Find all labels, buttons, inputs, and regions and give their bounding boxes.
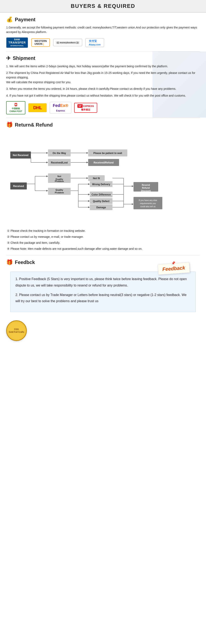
dhl-logo: DHL — [28, 103, 47, 112]
fedex-logo: FedEx® Express — [50, 102, 71, 114]
sf-express-logo: SF EXPRESS顺丰速运 — [74, 103, 97, 113]
svg-text:Damage: Damage — [97, 206, 106, 209]
moneybookers-logo: ((( moneybookers ))) — [53, 39, 82, 46]
cgg-logo: CGG Gold Foil Crafts — [6, 320, 27, 341]
payment-text: 1.Generally, we accept the following pay… — [6, 25, 200, 34]
svg-marker-24 — [46, 176, 48, 177]
shipment-point-2: 2.The shipment by China Post Registered … — [6, 70, 200, 84]
shipment-title: ✈ Shipment — [6, 55, 200, 62]
svg-text:Please be patient to wait: Please be patient to wait — [93, 152, 122, 154]
svg-marker-35 — [87, 177, 88, 179]
svg-marker-41 — [88, 183, 90, 185]
svg-text:Received/Lost: Received/Lost — [51, 161, 68, 164]
bottom-logo-area: CGG Gold Foil Crafts — [0, 318, 206, 345]
payment-title: 💰 Payment — [6, 16, 200, 23]
svg-marker-70 — [132, 203, 133, 205]
svg-text:Resend: Resend — [142, 184, 150, 186]
page-title: BUYERS & REQUIRED — [0, 3, 206, 9]
feedback-content-wrapper: 📌 Feedback 1. Positive Feedback (5 Stars… — [6, 272, 200, 312]
svg-text:Quality: Quality — [55, 189, 63, 191]
svg-text:Not Received: Not Received — [13, 154, 28, 157]
western-union-logo: WESTERNUNION | — [31, 38, 50, 47]
svg-marker-7 — [87, 152, 88, 154]
svg-text:Wrong Delivery: Wrong Delivery — [92, 183, 110, 186]
svg-marker-45 — [88, 194, 90, 195]
shipment-section: ✈ Shipment 1. We will sent the items wit… — [0, 52, 206, 118]
svg-text:Problem: Problem — [55, 180, 64, 182]
svg-text:Problem: Problem — [55, 191, 64, 194]
feedback-box: 1. Positive Feedback (5 Stars) is very i… — [10, 272, 196, 312]
note-3: ③ Check the package and Item, carefully. — [6, 241, 200, 245]
svg-text:Received/Refund: Received/Refund — [94, 161, 113, 164]
return-refund-section: 🎁 Return& Refund Not Received On the Way… — [0, 118, 206, 255]
note-4: ④ Please Note: Men made defects are not … — [6, 247, 200, 251]
flowchart-container: Not Received On the Way Please be patien… — [6, 131, 200, 226]
svg-text:If you have any else: If you have any else — [139, 199, 157, 202]
payment-icon: 💰 — [6, 16, 13, 23]
svg-text:Quality Defect: Quality Defect — [93, 200, 109, 203]
svg-marker-16 — [87, 162, 88, 163]
shipment-point-1: 1. We will sent the items within 2-5days… — [6, 64, 200, 68]
svg-text:Not fit: Not fit — [93, 177, 100, 180]
feedback-text-2: 2. Please contact us by Trade Manager or… — [15, 292, 191, 304]
svg-text:could also tell us: could also tell us — [140, 206, 156, 208]
payment-logos: BANKTRANSFERINTERNATIONAL WESTERNUNION |… — [6, 37, 200, 48]
svg-text:Not: Not — [57, 175, 61, 178]
feedback-note-label: Feedback — [162, 265, 185, 272]
svg-text:Discount: Discount — [141, 190, 151, 192]
feedback-text-1: 1. Positive Feedback (5 Stars) is very i… — [15, 276, 191, 288]
svg-text:requirements you: requirements you — [140, 202, 156, 204]
feedback-icon: 🎁 — [6, 259, 13, 266]
svg-marker-53 — [88, 206, 90, 208]
svg-marker-3 — [46, 152, 48, 154]
svg-marker-12 — [46, 162, 48, 163]
china-post-logo: 📮中国邮政CHINA POST — [6, 101, 25, 114]
alipay-logo: 支付宝Alipay.com — [86, 38, 104, 47]
shipment-point-3: 3. When you receive the items you ordere… — [6, 86, 200, 91]
feedback-section: 🎁 Feedbck 📌 Feedback 1. Positive Feedbac… — [0, 255, 206, 318]
svg-marker-49 — [88, 200, 90, 202]
notes-list: ① Please check the tracking in formation… — [6, 229, 200, 251]
shipment-content: ✈ Shipment 1. We will sent the items wit… — [6, 55, 200, 114]
logo-line2: Gold Foil Crafts — [9, 331, 24, 333]
flowchart-svg: Not Received On the Way Please be patien… — [8, 133, 198, 224]
shipment-point-4: 4. If you have not got it within the shi… — [6, 93, 200, 98]
svg-marker-30 — [46, 190, 48, 192]
return-refund-title: 🎁 Return& Refund — [6, 122, 200, 128]
page-header: BUYERS & REQUIRED — [0, 0, 206, 12]
bank-transfer-logo: BANKTRANSFERINTERNATIONAL — [6, 37, 28, 48]
svg-text:On the Way: On the Way — [53, 152, 66, 154]
note-1: ① Please check the tracking in formation… — [6, 229, 200, 233]
svg-text:Refund: Refund — [142, 186, 150, 189]
svg-text:Received: Received — [13, 185, 24, 188]
note-2: ② Please contact us by meesage, e-mail, … — [6, 235, 200, 239]
payment-section: 💰 Payment 1.Generally, we accept the fol… — [0, 12, 206, 51]
logo-line1: CGG — [14, 328, 19, 331]
return-icon: 🎁 — [6, 122, 13, 128]
shipment-icon: ✈ — [6, 55, 11, 62]
svg-text:Color Difference: Color Difference — [92, 193, 111, 196]
svg-marker-61 — [132, 185, 133, 187]
shipping-logos: 📮中国邮政CHINA POST DHL FedEx® Express SF EX… — [6, 101, 200, 114]
